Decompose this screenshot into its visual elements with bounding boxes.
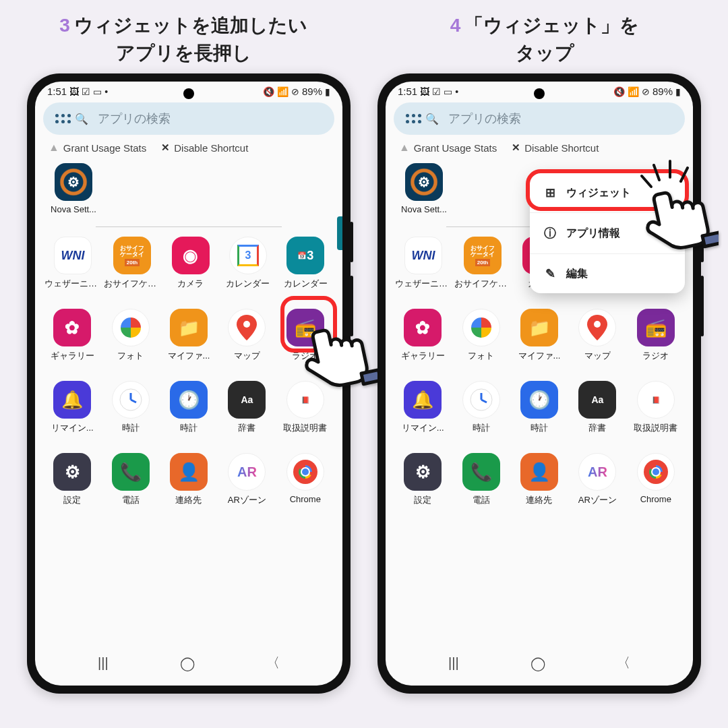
svg-point-0 [243,321,250,328]
app-manual[interactable]: 📕取扱説明書 [628,381,684,434]
app-chrome[interactable]: Chrome [278,453,333,506]
photos-icon [462,309,500,346]
camera-icon: ◉ [172,237,210,274]
nav-recents[interactable]: ||| [448,655,459,671]
clock1-label: 時計 [122,422,140,434]
app-photos[interactable]: フォト [102,309,158,362]
remind-label: リマイン... [402,422,444,434]
gallery-icon: ✿ [404,309,442,346]
edit-icon: ✎ [543,266,557,281]
status-icon-image: 🖼 [420,86,429,97]
app-remind[interactable]: 🔔リマイン... [44,381,100,434]
nav-recents[interactable]: ||| [98,655,109,671]
phone-right: 1:51 🖼 ☑ ▭ • 🔇 📶 ⊘ 89% ▮ 🔍 アプリの検索 [377,73,701,694]
app-gcal[interactable]: 3カレンダー [220,237,275,290]
app-files[interactable]: 📁マイファ... [161,309,216,362]
step4-l1: 「ウィジェット」を [464,15,639,36]
app-settings[interactable]: ⚙設定 [44,453,100,506]
nav-home[interactable]: ◯ [180,655,195,671]
clock2-icon: 🕐 [520,381,558,419]
photos-label: フォト [468,350,494,362]
app-osaifu[interactable]: おサイフケータイ20thおサイフケータイ [104,237,160,290]
phone-icon: 📞 [112,453,150,491]
close-icon: ✕ [161,142,170,154]
app-chrome[interactable]: Chrome [628,453,684,506]
camera-hole [183,88,194,99]
app-dict[interactable]: Aa辞書 [219,381,274,434]
app-dict[interactable]: Aa辞書 [570,381,625,434]
section-divider [96,226,282,227]
manual-icon: 📕 [637,381,675,419]
search-bar[interactable]: 🔍 アプリの検索 [43,102,334,135]
app-phone[interactable]: 📞電話 [102,453,158,506]
dict-label: 辞書 [588,422,606,434]
wni-icon: WNI [54,237,92,274]
nav-home[interactable]: ◯ [530,655,545,671]
app-phone[interactable]: 📞電話 [453,453,508,506]
app-contacts[interactable]: 👤連絡先 [161,453,216,506]
steps-header: 3ウィジェットを追加したいアプリを長押し 4「ウィジェット」をタップ [16,12,712,67]
ar-icon: AR [578,453,616,491]
app-scal[interactable]: 📅3カレンダー [278,237,333,290]
app-radio[interactable]: 📻ラジオ [628,309,684,362]
osaifu-label: おサイフケータイ [454,278,511,290]
nova-icon [405,163,443,201]
app-ar[interactable]: ARARゾーン [570,453,625,506]
osaifu-label: おサイフケータイ [104,278,160,290]
dict-icon: Aa [578,381,616,419]
app-clock2[interactable]: 🕐時計 [512,381,567,434]
app-photos[interactable]: フォト [453,309,508,362]
svg-point-6 [594,321,601,328]
app-osaifu[interactable]: おサイフケータイ20thおサイフケータイ [454,237,511,290]
pointer-hand-right [638,179,719,260]
app-remind[interactable]: 🔔リマイン... [395,381,450,434]
chip-disable[interactable]: ✕Disable Shortcut [502,139,604,156]
battery-icon: ▮ [675,86,681,97]
app-clock2[interactable]: 🕐時計 [161,381,216,434]
nav-bar: ||| ◯ 〈 [386,640,693,686]
app-clock1[interactable]: 時計 [102,381,158,434]
files-label: マイファ... [518,350,561,362]
app-gallery[interactable]: ✿ギャラリー [44,309,100,362]
battery-text: 89% [302,86,322,97]
app-settings[interactable]: ⚙設定 [395,453,450,506]
step-num-4: 4 [450,15,461,36]
phone-label: 電話 [473,494,490,506]
volume-button [350,222,353,262]
app-clock1[interactable]: 時計 [453,381,508,434]
app-camera[interactable]: ◉カメラ [163,237,218,290]
radio-icon: 📻 [637,309,675,346]
chip-grant[interactable]: ▲Grant Usage Stats [394,139,502,156]
phone-icon: 📞 [462,453,500,491]
app-wni[interactable]: WNIウェザーニュース [395,237,452,290]
nav-back[interactable]: 〈 [266,654,280,672]
search-bar[interactable]: 🔍 アプリの検索 [394,102,685,135]
manual-label: 取扱説明書 [283,422,327,434]
wifi-icon: 📶 [277,86,289,97]
gcal-icon: 3 [229,237,267,274]
app-gallery[interactable]: ✿ギャラリー [395,309,450,362]
app-contacts[interactable]: 👤連絡先 [512,453,567,506]
chip-grant[interactable]: ▲Grant Usage Stats [43,139,152,156]
app-maps[interactable]: マップ [219,309,274,362]
mute-icon: 🔇 [613,86,625,97]
clock1-icon [462,381,500,419]
remind-icon: 🔔 [404,381,442,419]
search-icon: 🔍 [425,113,439,125]
notification-chips: ▲Grant Usage Stats ✕Disable Shortcut [35,139,342,156]
scroll-handle[interactable] [337,216,342,250]
app-ar[interactable]: ARARゾーン [219,453,274,506]
app-maps[interactable]: マップ [570,309,625,362]
app-files[interactable]: 📁マイファ... [512,309,567,362]
power-button [700,276,704,336]
app-nova-settings[interactable]: Nova Sett... [46,163,101,214]
status-icon-image: 🖼 [69,86,79,97]
app-wni[interactable]: WNIウェザーニュース [44,237,101,290]
nav-back[interactable]: 〈 [617,654,630,672]
contacts-icon: 👤 [170,453,208,491]
settings-icon: ⚙ [404,453,442,491]
nova-icon [55,163,92,201]
chip-disable[interactable]: ✕Disable Shortcut [152,139,253,156]
chrome-label: Chrome [290,494,321,504]
app-nova-settings[interactable]: Nova Sett... [396,163,452,214]
